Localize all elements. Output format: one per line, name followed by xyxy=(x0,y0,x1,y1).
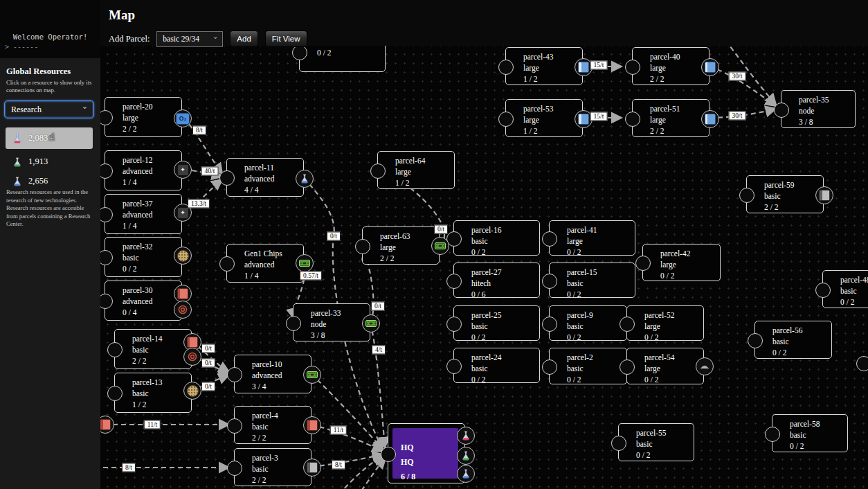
input-port[interactable] xyxy=(227,461,242,476)
resource-row-research-green[interactable]: 1,913 xyxy=(6,151,93,172)
input-port[interactable] xyxy=(625,60,640,75)
parcel-parcel-64[interactable]: parcel-64 large 1 / 2 xyxy=(377,151,455,189)
input-port[interactable] xyxy=(100,250,113,265)
parcel-parcel-10[interactable]: parcel-10 advanced 3 / 4 xyxy=(234,355,311,393)
input-port[interactable] xyxy=(625,112,640,127)
output-icon[interactable] xyxy=(701,110,719,128)
output-icon[interactable] xyxy=(296,170,314,188)
input-port[interactable] xyxy=(292,46,307,60)
parcel-parcel-32[interactable]: parcel-32 basic 0 / 2 xyxy=(105,237,182,277)
input-port[interactable] xyxy=(739,188,754,203)
output-icon[interactable] xyxy=(303,416,321,434)
parcel-parcel-43[interactable]: parcel-43 large 1 / 2 xyxy=(505,47,583,85)
parcel-parcel-63[interactable]: parcel-63 large 2 / 2 xyxy=(362,226,440,265)
parcel-parcel-24[interactable]: parcel-24 basic 0 / 2 xyxy=(453,348,540,383)
input-port[interactable] xyxy=(542,274,557,289)
input-port[interactable] xyxy=(227,418,242,434)
parcel-parcel-51[interactable]: parcel-51 large 2 / 2 xyxy=(632,99,709,137)
output-icon[interactable] xyxy=(183,348,201,366)
input-port[interactable] xyxy=(107,342,123,357)
input-port[interactable] xyxy=(370,163,386,179)
input-port[interactable] xyxy=(286,316,301,331)
input-port[interactable] xyxy=(856,356,868,371)
resource-category-select[interactable]: Research ⌄ xyxy=(4,100,94,118)
input-port[interactable] xyxy=(815,283,831,298)
output-icon[interactable] xyxy=(696,357,714,375)
parcel-parcel-12[interactable]: parcel-12 advanced 1 / 4 ✦ xyxy=(105,150,182,190)
parcel-type-select[interactable]: basic 29/34 ⌄ xyxy=(156,31,223,47)
output-icon[interactable] xyxy=(457,465,475,483)
input-port[interactable] xyxy=(100,294,113,309)
parcel-hq[interactable]: HQ HQ 6 / 8 xyxy=(388,423,465,483)
input-port[interactable] xyxy=(774,103,789,118)
output-icon[interactable] xyxy=(183,382,201,400)
input-port[interactable] xyxy=(100,110,113,125)
parcel-parcel-33[interactable]: parcel-33 node 3 / 8 xyxy=(293,303,370,341)
parcel-parcel-14[interactable]: parcel-14 basic 2 / 2 xyxy=(114,329,192,369)
input-port[interactable] xyxy=(620,359,635,375)
input-port[interactable] xyxy=(620,317,635,332)
input-port[interactable] xyxy=(446,274,462,289)
parcel-parcel-15[interactable]: parcel-15 basic 0 / 2 xyxy=(549,263,635,298)
input-port[interactable] xyxy=(100,207,113,222)
input-port[interactable] xyxy=(498,112,514,127)
input-port[interactable] xyxy=(635,256,651,271)
output-icon[interactable] xyxy=(174,247,192,265)
output-icon[interactable] xyxy=(815,186,833,204)
output-icon[interactable] xyxy=(457,427,475,445)
parcel-parcel-59[interactable]: parcel-59 basic 2 / 2 xyxy=(746,175,824,213)
parcel-clipped[interactable]: basic 0 / 2 xyxy=(299,46,386,72)
parcel-parcel-54[interactable]: parcel-54 large 0 / 2 xyxy=(626,348,704,384)
output-icon[interactable] xyxy=(457,447,475,465)
output-icon[interactable] xyxy=(296,254,314,272)
input-port[interactable] xyxy=(446,359,462,374)
input-port[interactable] xyxy=(100,163,113,179)
parcel-parcel-53[interactable]: parcel-53 large 1 / 2 xyxy=(505,99,583,137)
output-icon[interactable] xyxy=(303,459,321,477)
input-port[interactable] xyxy=(748,333,763,348)
output-icon[interactable] xyxy=(431,237,449,255)
input-port[interactable] xyxy=(446,317,462,332)
parcel-parcel-58[interactable]: parcel-58 basic 0 / 2 xyxy=(772,414,848,452)
parcel-gen1-chips[interactable]: Gen1 Chips advanced 1 / 4 xyxy=(226,244,304,283)
parcel-parcel-56[interactable]: parcel-56 basic 0 / 2 xyxy=(754,321,832,359)
parcel-parcel-25[interactable]: parcel-25 basic 0 / 2 xyxy=(453,305,540,341)
parcel-parcel-20[interactable]: parcel-20 large 2 / 2 O₂ xyxy=(105,97,182,137)
add-button[interactable]: Add xyxy=(230,30,257,47)
output-icon[interactable]: ✦ xyxy=(174,161,192,179)
input-port[interactable] xyxy=(355,239,370,254)
input-port[interactable] xyxy=(219,170,235,186)
fit-view-button[interactable]: Fit View xyxy=(265,30,307,47)
input-port[interactable] xyxy=(219,256,235,272)
output-icon[interactable] xyxy=(303,366,321,384)
parcel-parcel-4[interactable]: parcel-4 basic 2 / 2 xyxy=(234,406,311,444)
parcel-parcel-30[interactable]: parcel-30 advanced 0 / 4 xyxy=(105,281,182,321)
parcel-parcel-48[interactable]: parcel-48 basic 0 / 2 xyxy=(822,270,868,308)
parcel-parcel-11[interactable]: parcel-11 advanced 4 / 4 xyxy=(226,158,304,197)
parcel-parcel-42[interactable]: parcel-42 large 0 / 2 xyxy=(642,244,721,281)
parcel-parcel-52[interactable]: parcel-52 large 0 / 2 xyxy=(626,305,704,341)
parcel-parcel-16[interactable]: parcel-16 basic 0 / 2 xyxy=(453,220,540,256)
parcel-parcel-13[interactable]: parcel-13 basic 1 / 2 xyxy=(114,373,192,413)
input-port[interactable] xyxy=(227,367,242,382)
input-port[interactable] xyxy=(765,427,780,442)
parcel-parcel-2[interactable]: parcel-2 basic 0 / 2 xyxy=(549,348,627,384)
parcel-parcel-37[interactable]: parcel-37 advanced 1 / 4 ✦ xyxy=(105,194,182,234)
parcel-parcel-55[interactable]: parcel-55 basic 0 / 2 xyxy=(618,423,694,461)
parcel-parcel-41[interactable]: parcel-41 large 0 / 2 xyxy=(549,220,635,256)
output-icon[interactable]: O₂ xyxy=(174,109,192,127)
input-port[interactable] xyxy=(542,317,557,332)
parcel-parcel-35[interactable]: parcel-35 node 3 / 8 xyxy=(781,90,856,128)
input-port[interactable] xyxy=(498,60,514,75)
map-canvas[interactable]: basic 0 / 2 parcel-20 large 2 / 2 O₂ par… xyxy=(100,46,868,489)
parcel-parcel-3[interactable]: parcel-3 basic 2 / 2 xyxy=(234,448,311,486)
parcel-parcel-9[interactable]: parcel-9 basic 0 / 2 xyxy=(549,305,627,341)
output-icon[interactable] xyxy=(362,314,380,332)
output-icon[interactable] xyxy=(174,301,192,319)
input-port[interactable] xyxy=(381,447,396,462)
input-port[interactable] xyxy=(611,436,626,451)
input-port[interactable] xyxy=(542,359,557,375)
output-icon[interactable] xyxy=(701,58,719,76)
input-port[interactable] xyxy=(542,231,557,247)
parcel-parcel-27[interactable]: parcel-27 hitech 0 / 6 xyxy=(453,263,540,298)
